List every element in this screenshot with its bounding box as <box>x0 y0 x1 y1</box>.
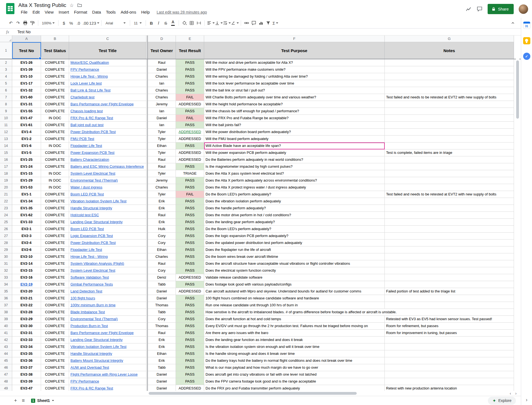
row-header-49[interactable]: 49 <box>0 385 12 391</box>
cell-A24[interactable]: EV1-62 <box>12 212 41 219</box>
cell-C21[interactable]: Boom LED PCB Test <box>69 191 146 198</box>
test-title-link[interactable]: Vibration Isolation System Life Test <box>70 345 126 349</box>
row-header-43[interactable]: 43 <box>0 343 12 350</box>
cell-F40[interactable]: Every EV/DV unit must go through the 2 h… <box>204 323 385 330</box>
cell-G22[interactable] <box>385 198 514 205</box>
cell-C46[interactable]: AUW and Overload Test <box>69 364 146 371</box>
cell-B30[interactable]: COMPLETE <box>41 253 69 260</box>
row-header-27[interactable]: 27 <box>0 233 12 240</box>
cell-F16[interactable]: Do the Batteries perform adequately in r… <box>204 156 385 163</box>
test-title-link[interactable]: Environmental Test (Thermal) <box>70 178 118 182</box>
cell-F8[interactable]: Will the height hold performance be acce… <box>204 101 385 108</box>
cell-F25[interactable]: Does the landing gear perform adequately… <box>204 219 385 226</box>
cell-A16[interactable]: EV1-25 <box>12 156 41 163</box>
menu-file[interactable]: File <box>18 9 30 15</box>
cell-E7[interactable]: FAIL <box>176 94 204 101</box>
cell-G11[interactable] <box>385 122 514 129</box>
cell-F15[interactable]: Will the power expansion PCB perform ade… <box>204 149 385 156</box>
row-header-17[interactable]: 17 <box>0 163 12 170</box>
cell-C8[interactable]: Baro Performance over Flight Envelope <box>69 101 146 108</box>
header-cell-D1[interactable]: Test Owner <box>148 42 176 59</box>
test-title-link[interactable]: Battery Mount Structural Integrity <box>70 358 123 363</box>
cell-D38[interactable]: Tabb <box>148 309 176 316</box>
row-header-20[interactable]: 20 <box>0 184 12 191</box>
row-header-10[interactable]: 10 <box>0 115 12 122</box>
test-title-link[interactable]: Boom LED PCB Test <box>70 192 104 196</box>
cell-E14[interactable]: PASS <box>176 142 204 149</box>
row-header-9[interactable]: 9 <box>0 108 12 115</box>
test-title-link[interactable]: AUW and Overload Test <box>70 365 109 370</box>
cell-B44[interactable]: COMPLETE <box>41 350 69 357</box>
insert-comment-button[interactable] <box>250 19 257 27</box>
cell-D8[interactable]: Jeremy <box>148 101 176 108</box>
test-title-link[interactable]: System Vibration Analysis (Flight) <box>70 261 124 266</box>
cell-E44[interactable]: PASS <box>176 350 204 357</box>
tasks-icon[interactable]: ✓ <box>523 53 530 60</box>
cell-B46[interactable]: COMPLETE <box>41 364 69 371</box>
row-header-18[interactable]: 18 <box>0 170 12 177</box>
cell-F7[interactable]: Will Charlie Bolts perform adequately ov… <box>204 94 385 101</box>
cell-D3[interactable]: Daniel <box>148 66 176 73</box>
redo-button[interactable]: ↷ <box>14 19 22 27</box>
cell-G38[interactable] <box>385 309 514 316</box>
text-wrap-button[interactable] <box>223 19 231 27</box>
cell-E8[interactable]: ADDRESSED <box>176 101 204 108</box>
cell-G2[interactable] <box>385 59 514 66</box>
vertical-align-button[interactable] <box>215 19 223 27</box>
column-header-D[interactable]: D <box>148 35 176 42</box>
cell-F22[interactable]: Does the vibration isolation perform ade… <box>204 198 385 205</box>
test-title-link[interactable]: FPV Performance <box>70 379 99 383</box>
row-header-5[interactable]: 5 <box>0 80 12 87</box>
cell-E29[interactable]: PASS <box>176 246 204 253</box>
row-header-1[interactable]: 1 <box>0 42 12 59</box>
test-title-link[interactable]: Baro Performance over Flight Envelope <box>70 102 134 106</box>
cell-B20[interactable]: IN DOC <box>41 184 69 191</box>
test-title-link[interactable]: FMU PCB Test <box>70 137 94 141</box>
cell-D18[interactable]: Tyler <box>148 170 176 177</box>
cell-A21[interactable]: EV1-1 <box>12 191 41 198</box>
cell-D36[interactable]: Daniel <box>148 295 176 302</box>
test-title-link[interactable]: Power Expansion PCB Test <box>70 151 115 155</box>
row-header-47[interactable]: 47 <box>0 371 12 378</box>
cell-E40[interactable]: PASS <box>176 323 204 330</box>
cell-A12[interactable]: EV1-4 <box>12 129 41 136</box>
cell-E23[interactable]: PASS <box>176 205 204 212</box>
last-edit-link[interactable]: Last edit was 28 minutes ago <box>157 10 207 14</box>
cell-A25[interactable]: EV1-33 <box>12 219 41 226</box>
cell-E21[interactable]: FAIL <box>176 191 204 198</box>
test-title-link[interactable]: Landing Gear Structural Integrity <box>70 338 123 342</box>
cell-E26[interactable]: PASS <box>176 226 204 233</box>
cell-B48[interactable]: COMPLETE <box>41 378 69 385</box>
test-title-link[interactable]: Water / dust ingress <box>70 185 102 189</box>
print-button[interactable] <box>22 19 29 27</box>
cell-E45[interactable]: PASS <box>176 357 204 364</box>
row-header-42[interactable]: 42 <box>0 337 12 343</box>
cell-E42[interactable]: PASS <box>176 337 204 343</box>
cell-B14[interactable]: IN DOC <box>41 142 69 149</box>
cell-D28[interactable]: Cory <box>148 240 176 246</box>
cell-A2[interactable]: EV1-26 <box>12 59 41 66</box>
cell-C5[interactable]: Lock Lever Life test <box>69 80 146 87</box>
functions-button[interactable]: Σ <box>272 19 279 27</box>
cell-G10[interactable] <box>385 115 514 122</box>
test-title-link[interactable]: Chassis loading test <box>70 109 103 113</box>
more-formats-button[interactable]: 123 <box>89 19 99 27</box>
cell-F44[interactable]: Is the handle strong enough and does it … <box>204 350 385 357</box>
cell-D5[interactable]: Ian <box>148 80 176 87</box>
row-header-25[interactable]: 25 <box>0 219 12 226</box>
cell-F29[interactable]: Does the flopdapter run the life of airc… <box>204 246 385 253</box>
cell-G40[interactable]: Room for refinement, but passes <box>385 323 514 330</box>
move-folder-icon[interactable] <box>77 3 82 8</box>
cell-B9[interactable]: COMPLETE <box>41 108 69 115</box>
cell-D31[interactable]: Raul <box>148 260 176 267</box>
row-header-44[interactable]: 44 <box>0 350 12 357</box>
cell-C31[interactable]: System Vibration Analysis (Flight) <box>69 260 146 267</box>
test-title-link[interactable]: Flopdapter Life Test <box>70 248 102 252</box>
cell-C14[interactable]: Flopdapter Life Test <box>69 142 146 149</box>
row-header-22[interactable]: 22 <box>0 198 12 205</box>
cell-B12[interactable]: COMPLETE <box>41 129 69 136</box>
paint-format-button[interactable] <box>29 19 36 27</box>
cell-D26[interactable]: Hulk <box>148 226 176 233</box>
cell-F33[interactable]: Validate release candidate software <box>204 274 385 281</box>
cell-A36[interactable]: EV2-21 <box>12 295 41 302</box>
